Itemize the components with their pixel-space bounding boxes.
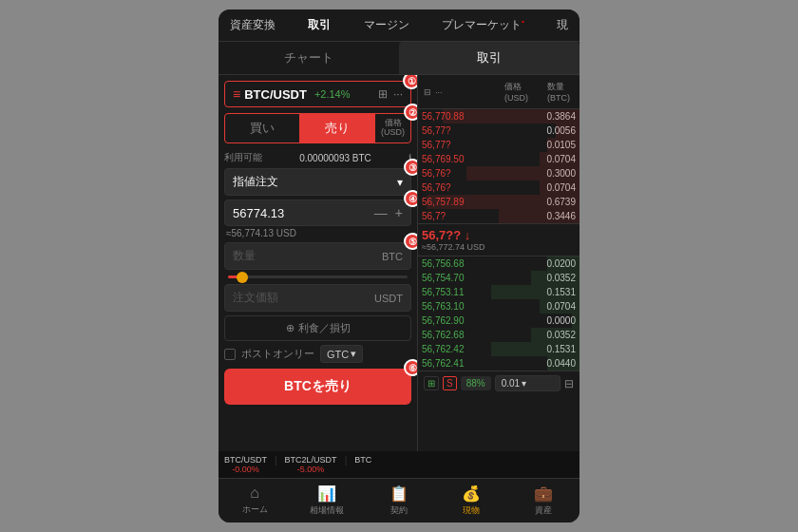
- ask-rows: 56,770.88 0.3864 56,77? 0.0056 56,77? 0.…: [418, 109, 580, 223]
- order-type-select[interactable]: 指値注文 ▾: [224, 168, 411, 196]
- ob-col-headers: 価格(USD) 数量(BTC): [501, 79, 574, 104]
- ob-header: ⊟ ··· 価格(USD) 数量(BTC): [418, 75, 580, 109]
- ask-bg-2: [556, 124, 580, 138]
- bid-bg-1: [547, 256, 580, 271]
- step-1-badge: ①: [403, 75, 418, 89]
- nav-item-market[interactable]: 📊 相場情報: [291, 483, 363, 519]
- ticker-item-2: BTC: [354, 455, 371, 474]
- main-content: ≡ BTC/USDT +2.14% ⊞ ··· ① 買い 売り: [218, 75, 580, 451]
- price-approx: ≈56,774.13 USD: [224, 228, 411, 238]
- mid-price-row: 56,7?? ↓ ≈56,772.74 USD: [418, 223, 580, 256]
- ask-price-4: 56,769.50: [422, 154, 499, 164]
- price-input[interactable]: 56774.13 — +: [224, 200, 411, 226]
- price-controls: — +: [374, 205, 403, 220]
- nav-asset-convert[interactable]: 資産変換: [226, 15, 279, 35]
- bid-price-3: 56,753.11: [422, 287, 499, 297]
- ob-qty-col-header: 数量(BTC): [547, 81, 570, 103]
- ob-dots-icon[interactable]: ···: [435, 87, 443, 97]
- ask-price-8: 56,7?: [422, 211, 499, 221]
- nav-item-assets[interactable]: 💼 資産: [507, 483, 580, 519]
- sell-action-button[interactable]: BTCを売り: [224, 369, 411, 405]
- quantity-input[interactable]: 数量 BTC: [224, 242, 411, 270]
- bid-price-5: 56,762.90: [422, 315, 499, 326]
- bid-price-4: 56,763.10: [422, 301, 499, 312]
- ask-row-8: 56,7? 0.3446: [418, 209, 580, 223]
- available-label: 利用可能: [224, 151, 262, 164]
- tab-row: チャート 取引: [218, 42, 580, 75]
- ask-row-7: 56,757.89 0.6739: [418, 195, 580, 209]
- sell-side-icon: S: [443, 376, 457, 390]
- bid-bg-7: [491, 342, 580, 356]
- bid-row-3: 56,753.11 0.1531: [418, 285, 580, 299]
- gtc-select[interactable]: GTC ▾: [320, 345, 363, 363]
- ask-bg-4: [540, 152, 580, 166]
- sell-tab[interactable]: 売り: [300, 114, 374, 142]
- nav-pre-market[interactable]: プレマーケット•: [438, 15, 528, 35]
- more-options-icon[interactable]: ···: [393, 87, 403, 101]
- total-input[interactable]: 注文価額 USDT: [224, 284, 411, 312]
- ask-row-3: 56,77? 0.0105: [418, 138, 580, 152]
- post-only-checkbox[interactable]: [224, 349, 236, 360]
- bid-row-5: 56,762.90 0.0000: [418, 314, 580, 328]
- price-value: 56774.13: [233, 206, 284, 220]
- home-icon: ⌂: [250, 484, 259, 502]
- available-value: 0.00000093 BTC: [299, 153, 371, 163]
- bid-bg-2: [531, 271, 580, 285]
- nav-trade[interactable]: 取引: [304, 15, 334, 35]
- order-type-label: 指値注文: [233, 174, 278, 190]
- ask-bg-3: [547, 138, 580, 152]
- pair-controls: ⊞ ···: [378, 87, 403, 101]
- pct-badge: 88%: [461, 376, 491, 390]
- spot-label: 現物: [463, 504, 480, 517]
- assets-icon: 💼: [534, 484, 553, 503]
- market-icon: 📊: [317, 484, 336, 503]
- step-2-badge: ②: [404, 104, 418, 121]
- profit-loss-row[interactable]: ⊕ 利食／損切: [224, 315, 411, 341]
- nav-spot[interactable]: 現: [553, 15, 572, 35]
- step-6-badge: ⑥: [404, 359, 418, 376]
- price-decrease-btn[interactable]: —: [374, 205, 388, 220]
- pair-info: ≡ BTC/USDT +2.14%: [233, 86, 351, 102]
- ask-bg-7: [427, 195, 580, 209]
- order-book-panel: ⊟ ··· 価格(USD) 数量(BTC) 56,770.88 0.3864 5…: [418, 75, 580, 451]
- grid-view-icon[interactable]: ⊟: [564, 377, 574, 390]
- chart-toggle-icon[interactable]: ⊞: [378, 87, 388, 101]
- total-placeholder: 注文価額: [233, 290, 278, 306]
- pair-header[interactable]: ≡ BTC/USDT +2.14% ⊞ ··· ①: [224, 81, 411, 107]
- step-5-badge: ⑤: [404, 233, 418, 250]
- ob-layout-icon[interactable]: ⊟: [424, 87, 431, 97]
- nav-margin[interactable]: マージン: [360, 15, 413, 35]
- bid-row-4: 56,763.10 0.0704: [418, 299, 580, 314]
- bid-bg-6: [531, 328, 580, 342]
- tab-trade[interactable]: 取引: [399, 42, 580, 74]
- qty-unit: BTC: [382, 251, 403, 262]
- contract-label: 契約: [390, 504, 408, 517]
- ticker-pair-2: BTC: [354, 455, 371, 465]
- slider-thumb[interactable]: [237, 272, 248, 283]
- total-unit: USDT: [374, 293, 403, 304]
- tab-chart[interactable]: チャート: [218, 42, 399, 74]
- nav-item-home[interactable]: ⌂ ホーム: [218, 483, 291, 519]
- nav-item-contract[interactable]: 📋 契約: [363, 483, 435, 519]
- ticker-item-0: BTC/USDT -0.00%: [224, 455, 267, 474]
- depth-select[interactable]: 0.01 ▾: [495, 375, 560, 391]
- ticker-pct-1: -5.00%: [297, 465, 325, 474]
- ticker-pair-1: BTC2L/USDT: [285, 455, 337, 465]
- ob-bottom-controls: ⊞ S 88% 0.01 ▾ ⊟: [418, 370, 580, 395]
- gtc-chevron: ▾: [351, 348, 356, 360]
- quantity-slider-row[interactable]: [224, 274, 411, 280]
- bid-row-8: 56,762.41 0.0440: [418, 356, 580, 370]
- depth-value: 0.01: [502, 378, 520, 389]
- post-only-row: ポストオンリー GTC ▾: [224, 345, 411, 363]
- ticker-sep-1: |: [345, 455, 348, 474]
- bid-qty-5: 0.0000: [499, 315, 576, 326]
- ask-bg-1: [443, 109, 580, 124]
- bid-row-2: 56,754.70 0.0352: [418, 271, 580, 285]
- buy-tab[interactable]: 買い: [225, 114, 299, 142]
- ticker-sep-0: |: [275, 455, 277, 474]
- qty-placeholder: 数量: [233, 248, 256, 264]
- price-usd-sub: (USD): [381, 128, 405, 138]
- price-increase-btn[interactable]: +: [395, 205, 403, 220]
- bid-bg-8: [547, 356, 580, 370]
- nav-item-spot[interactable]: 💰 現物: [435, 483, 507, 519]
